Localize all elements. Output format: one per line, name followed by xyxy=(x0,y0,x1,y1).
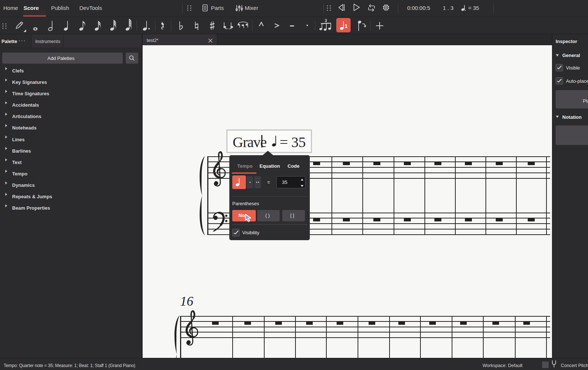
svg-text:1: 1 xyxy=(345,23,348,29)
svg-text:3: 3 xyxy=(325,18,327,23)
